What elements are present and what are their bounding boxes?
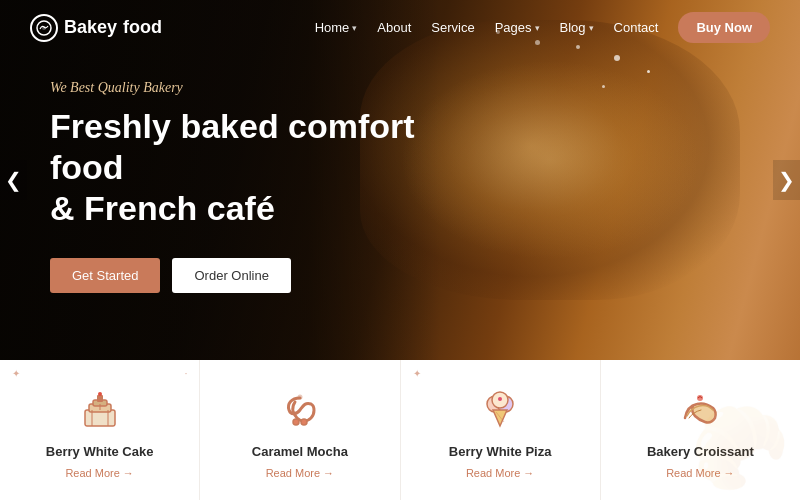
svg-rect-5 <box>97 395 103 402</box>
chevron-down-icon: ▾ <box>352 23 357 33</box>
svg-point-12 <box>297 395 302 400</box>
svg-point-18 <box>498 397 502 401</box>
nav-link-contact[interactable]: Contact <box>614 20 659 35</box>
card-berry-white-cake: ✦ · Berry White Cake Read More → <box>0 360 200 500</box>
nav-item-about[interactable]: About <box>377 20 411 35</box>
nav-link-service[interactable]: Service <box>431 20 474 35</box>
card-link-2[interactable]: Read More → <box>266 467 334 479</box>
svg-point-6 <box>98 392 102 396</box>
get-started-button[interactable]: Get Started <box>50 258 160 293</box>
card-title-1: Berry White Cake <box>46 444 154 459</box>
croissant-shape-2 <box>400 60 700 260</box>
hero-title: Freshly baked comfort food & French café <box>50 106 430 228</box>
card-icon-icecream <box>475 386 525 436</box>
svg-point-1 <box>42 26 46 30</box>
cards-section: ✦ · Berry White Cake Read More → <box>0 360 800 500</box>
card-berry-white-piza: ✦ Berry White Piza Read More → <box>401 360 601 500</box>
flour-dot <box>602 85 605 88</box>
brand-tagword: food <box>123 17 162 38</box>
next-arrow[interactable]: ❯ <box>773 160 800 200</box>
order-online-button[interactable]: Order Online <box>172 258 290 293</box>
nav-item-home[interactable]: Home ▾ <box>315 20 358 35</box>
svg-point-19 <box>697 395 703 401</box>
card-icon-cake <box>75 386 125 436</box>
card-link-1[interactable]: Read More → <box>65 467 133 479</box>
nav-item-contact[interactable]: Contact <box>614 20 659 35</box>
buy-now-button[interactable]: Buy Now <box>678 12 770 43</box>
chevron-down-icon: ▾ <box>589 23 594 33</box>
nav-item-pages[interactable]: Pages ▾ <box>495 20 540 35</box>
nav-link-pages[interactable]: Pages ▾ <box>495 20 540 35</box>
nav-links: Home ▾ About Service Pages ▾ Blog ▾ <box>315 12 770 43</box>
nav-link-blog[interactable]: Blog ▾ <box>560 20 594 35</box>
nav-item-blog[interactable]: Blog ▾ <box>560 20 594 35</box>
card-link-3[interactable]: Read More → <box>466 467 534 479</box>
card-icon-pretzel <box>275 386 325 436</box>
sparkle-icon: ✦ <box>413 368 421 379</box>
flour-dot <box>614 55 620 61</box>
prev-arrow[interactable]: ❮ <box>0 160 27 200</box>
card-bakery-croissant: 🥐 Bakery Croissant Read More → <box>601 360 800 500</box>
navbar: Bakey food Home ▾ About Service Pages ▾ <box>0 0 800 55</box>
nav-link-home[interactable]: Home ▾ <box>315 20 358 35</box>
hero-title-line1: Freshly baked comfort food <box>50 107 415 186</box>
sparkle-icon: ✦ <box>12 368 20 379</box>
card-link-4[interactable]: Read More → <box>666 467 734 479</box>
svg-point-11 <box>301 419 307 425</box>
chevron-down-icon: ▾ <box>535 23 540 33</box>
logo[interactable]: Bakey food <box>30 14 162 42</box>
svg-point-10 <box>293 419 299 425</box>
card-title-2: Caramel Mocha <box>252 444 348 459</box>
buy-now-item[interactable]: Buy Now <box>678 12 770 43</box>
brand-name: Bakey <box>64 17 117 38</box>
flour-dot <box>647 70 650 73</box>
hero-title-line2: & French café <box>50 189 275 227</box>
hero-content: We Best Quality Bakery Freshly baked com… <box>50 80 430 293</box>
logo-icon <box>30 14 58 42</box>
card-icon-croissant <box>675 386 725 436</box>
sparkle-icon: · <box>185 368 188 379</box>
hero-buttons: Get Started Order Online <box>50 258 430 293</box>
nav-item-service[interactable]: Service <box>431 20 474 35</box>
hero-subtitle: We Best Quality Bakery <box>50 80 430 96</box>
card-title-4: Bakery Croissant <box>647 444 754 459</box>
svg-marker-16 <box>493 410 507 426</box>
card-title-3: Berry White Piza <box>449 444 552 459</box>
nav-link-about[interactable]: About <box>377 20 411 35</box>
card-caramel-mocha: Caramel Mocha Read More → <box>200 360 400 500</box>
